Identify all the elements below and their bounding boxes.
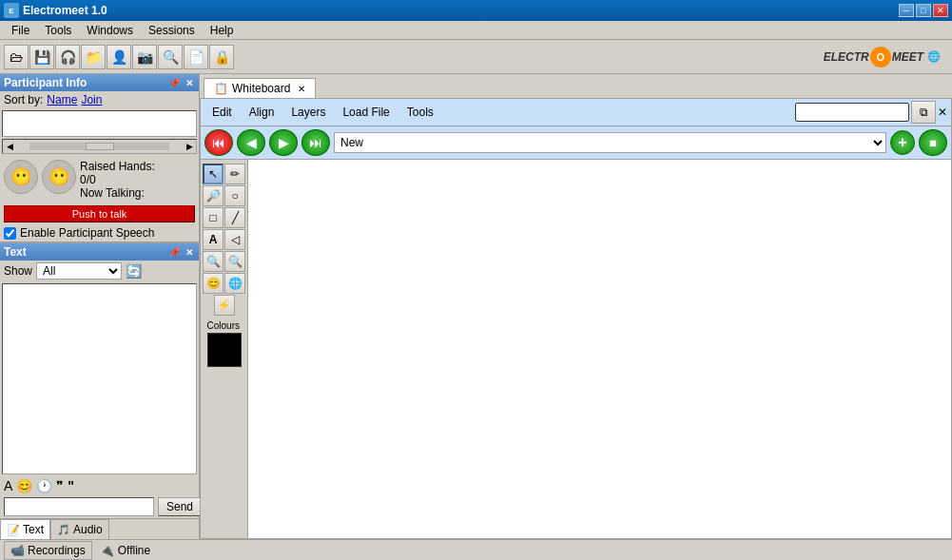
wb-zoom-tool[interactable]: 🔍 [224, 251, 245, 272]
whiteboard-area: 📋 Whiteboard ✕ Edit Align Layers Load Fi… [200, 74, 952, 539]
whiteboard-tab-close-icon[interactable]: ✕ [298, 84, 305, 94]
colour-swatch[interactable] [207, 333, 242, 367]
wb-rect-tool[interactable]: □ [203, 207, 223, 228]
menu-help[interactable]: Help [203, 22, 242, 39]
wb-next-button[interactable]: ⏭ [301, 129, 330, 156]
menu-tools[interactable]: Tools [37, 22, 79, 39]
status-text: Offline [118, 544, 150, 557]
wb-play-button[interactable]: ▶ [269, 129, 298, 156]
whiteboard-tab[interactable]: 📋 Whiteboard ✕ [204, 78, 316, 98]
tab-audio[interactable]: 🎵 Audio [50, 519, 109, 539]
sort-bar: Sort by: Name Join [0, 91, 199, 108]
whiteboard-menu-items: Edit Align Layers Load File Tools [204, 105, 441, 120]
chat-emoji-icon[interactable]: 😊 [16, 478, 32, 493]
wb-text-tool[interactable]: A [203, 229, 223, 250]
refresh-icon[interactable]: 🔄 [126, 263, 142, 279]
wb-add-button[interactable]: + [890, 130, 915, 155]
scroll-bar-horizontal[interactable]: ◀ ▶ [2, 139, 197, 154]
wb-menu-loadfile[interactable]: Load File [335, 105, 397, 120]
tb-doc[interactable]: 📄 [184, 45, 208, 69]
wb-menu-layers[interactable]: Layers [283, 105, 333, 120]
tb-lock[interactable]: 🔒 [209, 45, 234, 69]
tb-magnify[interactable]: 🔍 [158, 45, 183, 69]
chat-quote-icon[interactable]: ❞ [56, 478, 64, 493]
wb-web-tool[interactable]: 🌐 [224, 273, 245, 294]
wb-tool-row-2: 🔎 ○ [203, 185, 245, 206]
wb-circle-tool[interactable]: ○ [224, 185, 245, 206]
wb-rewind-button[interactable]: ⏮ [204, 129, 233, 156]
wb-pencil-tool[interactable]: ✏ [224, 164, 245, 184]
whiteboard-tools-panel: ↖ ✏ 🔎 ○ □ ╱ A ◁ [201, 160, 248, 538]
chat-text-icon[interactable]: " [68, 478, 74, 493]
whiteboard-tab-bar: 📋 Whiteboard ✕ [200, 74, 952, 98]
logo-meet: MEET [892, 50, 923, 64]
logo-circle: O [870, 47, 891, 68]
scroll-right-btn[interactable]: ▶ [183, 142, 196, 151]
close-button[interactable]: ✕ [933, 4, 948, 17]
whiteboard-select-container: New [334, 132, 886, 153]
wb-face-tool[interactable]: 😊 [203, 273, 223, 294]
participant-panel-header: Participant Info 📌 ✕ [0, 74, 199, 91]
whiteboard-control-row: ⏮ ◀ ▶ ⏭ New + ⏹ [201, 126, 951, 159]
wb-extra-tool[interactable]: ⚡ [214, 295, 235, 316]
chat-clock-icon[interactable]: 🕐 [36, 478, 52, 493]
avatar-2: 😶 [42, 160, 76, 194]
tb-cam[interactable]: 📷 [132, 45, 157, 69]
tb-user[interactable]: 👤 [107, 45, 131, 69]
menubar: File Tools Windows Sessions Help [0, 21, 952, 40]
maximize-button[interactable]: □ [916, 4, 931, 17]
enable-speech-row: Enable Participant Speech [0, 224, 199, 241]
panel-close-icon[interactable]: ✕ [184, 78, 195, 88]
minimize-button[interactable]: ─ [899, 4, 914, 17]
wb-menu-tools[interactable]: Tools [399, 105, 441, 120]
wb-select-tool[interactable]: ↖ [203, 164, 223, 184]
wb-eraser-tool[interactable]: ◁ [224, 229, 245, 250]
scroll-left-btn[interactable]: ◀ [3, 142, 16, 151]
text-panel-close-icon[interactable]: ✕ [184, 247, 195, 258]
menu-windows[interactable]: Windows [79, 22, 141, 39]
whiteboard-copy-button[interactable]: ⧉ [911, 101, 936, 124]
wb-menu-edit[interactable]: Edit [204, 105, 240, 120]
wb-line-tool[interactable]: ╱ [224, 207, 245, 228]
whiteboard-body: ↖ ✏ 🔎 ○ □ ╱ A ◁ [201, 160, 951, 538]
whiteboard-toolbar: Edit Align Layers Load File Tools ⧉ ✕ ⏮ … [201, 99, 951, 160]
wb-tool-row-7: ⚡ [214, 295, 235, 316]
wb-zoom-out-tool[interactable]: 🔎 [203, 185, 223, 206]
show-select[interactable]: All [36, 262, 122, 280]
chat-toolbar: A 😊 🕐 ❞ " [0, 476, 199, 495]
status-icon: 🔌 [100, 544, 114, 557]
wb-prev-button[interactable]: ◀ [237, 129, 265, 156]
menu-sessions[interactable]: Sessions [141, 22, 203, 39]
enable-speech-label: Enable Participant Speech [20, 226, 154, 240]
enable-speech-checkbox[interactable] [4, 227, 16, 240]
panel-pin-icon[interactable]: 📌 [166, 78, 182, 88]
now-talking-label: Now Talking: [80, 186, 155, 200]
tb-save[interactable]: 💾 [29, 45, 54, 69]
audio-tab-icon: 🎵 [57, 524, 70, 536]
chat-area [2, 283, 197, 474]
tb-headset[interactable]: 🎧 [55, 45, 80, 69]
whiteboard-search-input[interactable] [795, 103, 909, 122]
whiteboard-close-x-icon[interactable]: ✕ [938, 106, 947, 119]
chat-font-icon[interactable]: A [4, 478, 12, 493]
whiteboard-page-select[interactable]: New [334, 132, 886, 153]
tb-folder[interactable]: 📁 [81, 45, 106, 69]
tb-new[interactable]: 🗁 [4, 45, 29, 69]
whiteboard-canvas[interactable] [248, 160, 951, 538]
wb-menu-align[interactable]: Align [242, 105, 282, 120]
menu-file[interactable]: File [4, 22, 37, 39]
text-panel-header: Text 📌 ✕ [0, 243, 199, 261]
sort-name-link[interactable]: Name [47, 93, 77, 106]
send-button[interactable]: Send [158, 497, 202, 516]
push-to-talk-button[interactable]: Push to talk [4, 205, 195, 222]
wb-stop-button[interactable]: ⏹ [919, 129, 947, 156]
scroll-thumb[interactable] [86, 143, 114, 150]
wb-zoom-in-tool[interactable]: 🔍 [203, 251, 223, 272]
recordings-tab[interactable]: 📹 Recordings [4, 541, 92, 560]
text-panel-pin-icon[interactable]: 📌 [166, 247, 182, 258]
sort-join-link[interactable]: Join [81, 93, 102, 106]
show-label: Show [4, 264, 32, 278]
chat-input[interactable] [4, 497, 154, 516]
titlebar-left: E Electromeet 1.0 [4, 3, 107, 18]
tab-text[interactable]: 📝 Text [0, 519, 50, 539]
